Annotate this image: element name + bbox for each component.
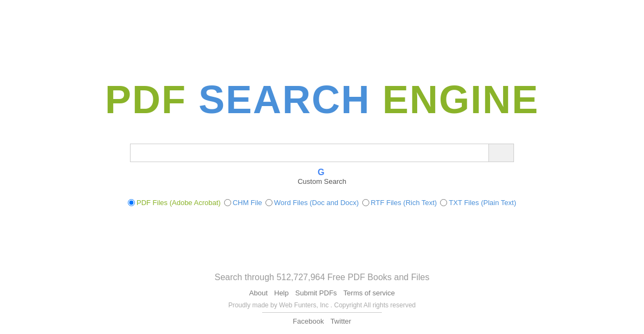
footer-link-twitter[interactable]: Twitter bbox=[330, 317, 351, 325]
radio-pdf[interactable]: PDF Files (Adobe Acrobat) bbox=[128, 199, 221, 207]
radio-word[interactable]: Word Files (Doc and Docx) bbox=[265, 199, 359, 207]
search-input[interactable] bbox=[130, 144, 489, 162]
main-content: PDF SEARCH ENGINE G Custom Search PDF Fi… bbox=[0, 0, 644, 262]
title-engine: ENGINE bbox=[382, 78, 539, 121]
footer-link-help[interactable]: Help bbox=[274, 289, 289, 297]
page-title: PDF SEARCH ENGINE bbox=[105, 77, 539, 122]
radio-word-label: Word Files (Doc and Docx) bbox=[274, 199, 359, 207]
file-types-row: PDF Files (Adobe Acrobat) CHM File Word … bbox=[128, 199, 516, 207]
title-pdf: PDF bbox=[105, 78, 187, 121]
title-search: SEARCH bbox=[199, 78, 370, 121]
google-custom-search: G Custom Search bbox=[298, 166, 346, 185]
radio-chm-label: CHM File bbox=[233, 199, 262, 207]
google-icon: G bbox=[317, 166, 327, 177]
radio-rtf-label: RTF Files (Rich Text) bbox=[371, 199, 437, 207]
radio-pdf-label: PDF Files (Adobe Acrobat) bbox=[137, 199, 221, 207]
footer-divider bbox=[262, 312, 382, 313]
radio-chm[interactable]: CHM File bbox=[224, 199, 262, 207]
radio-rtf[interactable]: RTF Files (Rich Text) bbox=[362, 199, 437, 207]
search-button[interactable] bbox=[489, 144, 514, 162]
svg-text:G: G bbox=[318, 168, 324, 177]
footer-link-terms[interactable]: Terms of service bbox=[343, 289, 395, 297]
footer-copyright: Proudly made by Web Funters, Inc . Copyr… bbox=[228, 301, 416, 309]
footer-link-facebook[interactable]: Facebook bbox=[293, 317, 324, 325]
footer-link-submit-pdfs[interactable]: Submit PDFs bbox=[295, 289, 337, 297]
footer-stats: Search through 512,727,964 Free PDF Book… bbox=[215, 273, 430, 282]
footer: Search through 512,727,964 Free PDF Book… bbox=[0, 262, 644, 334]
search-area: G Custom Search PDF Files (Adobe Acrobat… bbox=[0, 144, 644, 207]
search-bar-row bbox=[130, 144, 514, 162]
footer-links: About Help Submit PDFs Terms of service bbox=[249, 289, 395, 297]
footer-link-about[interactable]: About bbox=[249, 289, 268, 297]
google-custom-search-label: Custom Search bbox=[298, 177, 346, 185]
footer-social: Facebook Twitter bbox=[293, 317, 351, 325]
radio-txt[interactable]: TXT Files (Plain Text) bbox=[440, 199, 516, 207]
radio-txt-label: TXT Files (Plain Text) bbox=[449, 199, 516, 207]
